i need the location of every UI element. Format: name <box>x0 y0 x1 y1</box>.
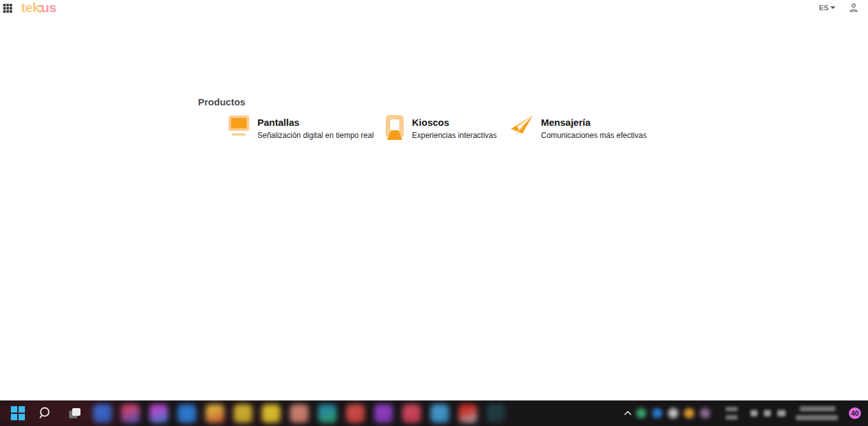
taskbar-app-14[interactable] <box>459 404 477 423</box>
products-section-title: Productos <box>198 96 245 107</box>
taskbar-app-1[interactable] <box>93 404 112 423</box>
product-title: Pantallas <box>257 117 374 128</box>
taskbar-app-6[interactable] <box>234 404 252 423</box>
taskbar-app-4[interactable] <box>178 404 196 423</box>
start-button[interactable] <box>8 404 27 423</box>
taskbar-app-9[interactable] <box>318 404 337 423</box>
kiosk-icon <box>385 114 405 143</box>
tray-icon-green[interactable] <box>636 408 646 418</box>
product-item-mensajeria[interactable]: Mensajería Comunicaciones más efectivas <box>510 114 646 141</box>
taskbar-app-2[interactable] <box>121 404 140 423</box>
logo-part-2: us <box>41 0 56 15</box>
paper-plane-icon <box>510 114 534 141</box>
language-selector[interactable]: ES <box>819 4 835 11</box>
search-button[interactable] <box>36 404 55 423</box>
taskbar-app-13[interactable] <box>430 404 449 423</box>
task-view-button[interactable] <box>65 404 84 423</box>
product-title: Kioscos <box>412 117 497 128</box>
taskbar-app-8[interactable] <box>290 404 308 423</box>
monitor-icon <box>227 114 250 141</box>
taskbar-app-3[interactable] <box>149 404 168 423</box>
product-item-kioscos[interactable]: Kioscos Experiencias interactivas <box>385 114 497 143</box>
search-icon <box>38 406 52 420</box>
tray-icon-gray[interactable] <box>668 408 678 418</box>
logo-part-1: tek <box>21 0 40 15</box>
windows-logo-icon <box>11 406 25 420</box>
tray-expand-button[interactable] <box>620 404 636 423</box>
chevron-up-icon <box>623 410 632 416</box>
taskbar-app-7[interactable] <box>262 404 280 423</box>
grid-menu-icon[interactable] <box>3 4 12 13</box>
user-account-button[interactable] <box>849 3 858 12</box>
taskbar-app-10[interactable] <box>346 404 365 423</box>
language-label: ES <box>819 4 828 11</box>
notification-badge[interactable]: 40 <box>849 407 861 419</box>
tekus-logo[interactable]: tek:us <box>21 0 56 15</box>
user-icon <box>849 3 858 12</box>
tray-icon-purple[interactable] <box>700 408 710 418</box>
chevron-down-icon <box>830 6 835 9</box>
taskbar-app-15[interactable] <box>487 404 505 423</box>
windows-taskbar: 40 <box>0 400 868 426</box>
tray-icon-blue[interactable] <box>652 408 662 418</box>
top-header: tek:us ES <box>0 0 868 17</box>
product-title: Mensajería <box>541 117 646 128</box>
product-subtitle: Comunicaciones más efectivas <box>541 131 646 140</box>
task-view-icon <box>66 406 82 421</box>
taskbar-app-12[interactable] <box>402 404 421 423</box>
tray-icon-orange[interactable] <box>684 408 694 418</box>
taskbar-app-5[interactable] <box>206 404 224 423</box>
taskbar-app-11[interactable] <box>374 404 393 423</box>
product-item-pantallas[interactable]: Pantallas Señalización digital en tiempo… <box>227 114 374 141</box>
product-subtitle: Señalización digital en tiempo real <box>257 131 374 140</box>
product-subtitle: Experiencias interactivas <box>412 131 497 140</box>
